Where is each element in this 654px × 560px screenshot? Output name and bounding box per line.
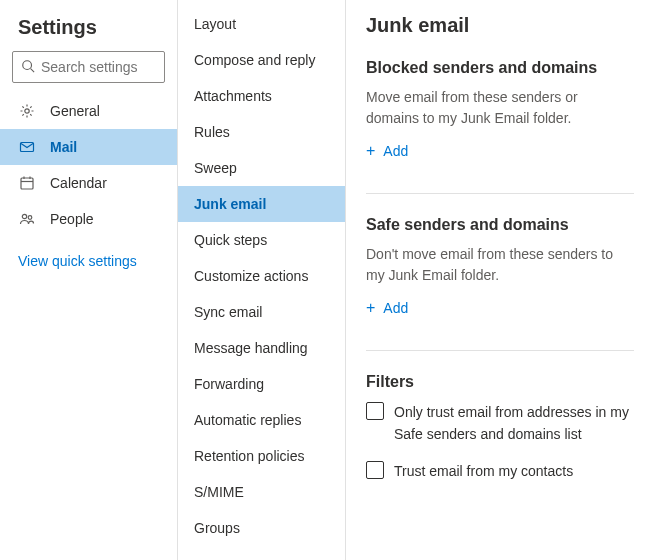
main-content: Junk email Blocked senders and domains M… [346,0,654,560]
checkbox-trust-contacts[interactable]: Trust email from my contacts [366,460,634,482]
gear-icon [18,103,36,119]
sidebar-item-label: People [50,211,94,227]
add-blocked-button[interactable]: + Add [366,143,408,159]
subnav-rules[interactable]: Rules [178,114,345,150]
plus-icon: + [366,143,375,159]
svg-line-1 [31,68,35,72]
calendar-icon [18,175,36,191]
subnav-customize-actions[interactable]: Customize actions [178,258,345,294]
settings-title: Settings [0,10,177,51]
sidebar-item-label: Mail [50,139,77,155]
safe-senders-title: Safe senders and domains [366,216,634,234]
sidebar-item-label: Calendar [50,175,107,191]
people-icon [18,211,36,227]
add-blocked-label: Add [383,143,408,159]
sidebar-item-calendar[interactable]: Calendar [0,165,177,201]
svg-point-2 [25,109,29,113]
subnav-message-handling[interactable]: Message handling [178,330,345,366]
subnav-retention-policies[interactable]: Retention policies [178,438,345,474]
settings-sidebar: Settings General [0,0,178,560]
add-safe-button[interactable]: + Add [366,300,408,316]
subnav-attachments[interactable]: Attachments [178,78,345,114]
subnav-smime[interactable]: S/MIME [178,474,345,510]
subnav-groups[interactable]: Groups [178,510,345,546]
subnav-compose-reply[interactable]: Compose and reply [178,42,345,78]
sidebar-item-label: General [50,103,100,119]
svg-point-0 [23,60,32,69]
subnav-automatic-replies[interactable]: Automatic replies [178,402,345,438]
add-safe-label: Add [383,300,408,316]
sidebar-item-mail[interactable]: Mail [0,129,177,165]
section-filters: Filters Only trust email from addresses … [366,373,634,530]
sidebar-item-people[interactable]: People [0,201,177,237]
subnav-sweep[interactable]: Sweep [178,150,345,186]
page-title: Junk email [366,14,634,37]
subnav-quick-steps[interactable]: Quick steps [178,222,345,258]
svg-rect-4 [21,178,33,189]
sidebar-item-general[interactable]: General [0,93,177,129]
checkbox-icon [366,402,384,420]
mail-subnav: Layout Compose and reply Attachments Rul… [178,0,346,560]
safe-senders-desc: Don't move email from these senders to m… [366,244,634,286]
search-input[interactable] [41,59,156,75]
checkbox-label: Only trust email from addresses in my Sa… [394,401,634,446]
subnav-junk-email[interactable]: Junk email [178,186,345,222]
checkbox-label: Trust email from my contacts [394,460,573,482]
mail-icon [18,139,36,155]
section-safe-senders: Safe senders and domains Don't move emai… [366,216,634,351]
subnav-forwarding[interactable]: Forwarding [178,366,345,402]
filters-title: Filters [366,373,634,391]
svg-point-8 [22,214,26,218]
checkbox-icon [366,461,384,479]
view-quick-settings-link[interactable]: View quick settings [0,237,177,285]
blocked-senders-title: Blocked senders and domains [366,59,634,77]
search-input-wrapper[interactable] [12,51,165,83]
checkbox-only-trust-safe[interactable]: Only trust email from addresses in my Sa… [366,401,634,446]
subnav-layout[interactable]: Layout [178,6,345,42]
plus-icon: + [366,300,375,316]
section-blocked-senders: Blocked senders and domains Move email f… [366,59,634,194]
subnav-sync-email[interactable]: Sync email [178,294,345,330]
search-icon [21,59,41,76]
svg-point-9 [28,216,32,220]
blocked-senders-desc: Move email from these senders or domains… [366,87,634,129]
